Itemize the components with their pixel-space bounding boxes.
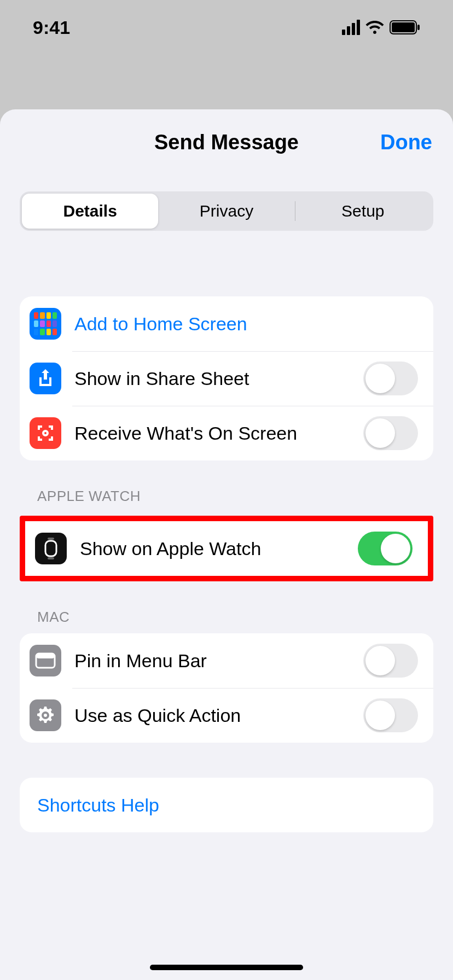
screenshot-icon bbox=[30, 417, 61, 449]
row-shortcuts-help[interactable]: Shortcuts Help bbox=[20, 778, 433, 832]
row-shortcuts-help-label: Shortcuts Help bbox=[37, 795, 416, 816]
group-general: Add to Home Screen Show in Share Sheet R… bbox=[20, 296, 433, 460]
row-apple-watch-label: Show on Apple Watch bbox=[80, 538, 345, 559]
menu-bar-icon bbox=[30, 645, 61, 676]
sheet-title: Send Message bbox=[154, 131, 299, 154]
row-add-home-screen[interactable]: Add to Home Screen bbox=[20, 296, 433, 351]
row-quick-action-label: Use as Quick Action bbox=[74, 705, 350, 726]
section-header-apple-watch: APPLE WATCH bbox=[20, 460, 433, 512]
tab-setup[interactable]: Setup bbox=[295, 194, 431, 229]
svg-rect-4 bbox=[48, 538, 54, 540]
share-sheet-icon bbox=[30, 363, 61, 394]
svg-rect-3 bbox=[45, 541, 56, 556]
status-bar: 9:41 bbox=[0, 0, 453, 55]
row-apple-watch: Show on Apple Watch bbox=[25, 521, 428, 576]
settings-sheet: Send Message Done Details Privacy Setup … bbox=[0, 109, 453, 980]
row-add-home-screen-label: Add to Home Screen bbox=[74, 313, 418, 335]
svg-rect-1 bbox=[392, 22, 415, 32]
section-header-mac: MAC bbox=[20, 581, 433, 633]
tab-privacy[interactable]: Privacy bbox=[158, 194, 294, 229]
status-right bbox=[342, 20, 420, 35]
svg-rect-2 bbox=[417, 25, 420, 30]
row-share-sheet: Show in Share Sheet bbox=[20, 351, 433, 406]
toggle-share-sheet[interactable] bbox=[363, 361, 418, 395]
svg-rect-5 bbox=[48, 557, 54, 559]
apple-watch-icon bbox=[35, 533, 67, 564]
row-receive-screen-label: Receive What's On Screen bbox=[74, 423, 350, 444]
toggle-apple-watch[interactable] bbox=[358, 532, 413, 565]
toggle-pin-menu-bar[interactable] bbox=[363, 644, 418, 678]
highlight-apple-watch: Show on Apple Watch bbox=[20, 516, 433, 581]
svg-rect-7 bbox=[36, 654, 55, 658]
toggle-receive-screen[interactable] bbox=[363, 416, 418, 450]
row-receive-screen: Receive What's On Screen bbox=[20, 406, 433, 460]
wifi-icon bbox=[365, 20, 384, 34]
toggle-quick-action[interactable] bbox=[363, 698, 418, 732]
row-share-sheet-label: Show in Share Sheet bbox=[74, 368, 350, 389]
row-pin-menu-bar: Pin in Menu Bar bbox=[20, 633, 433, 688]
sheet-header: Send Message Done bbox=[0, 109, 453, 175]
home-indicator bbox=[150, 965, 303, 970]
row-quick-action: Use as Quick Action bbox=[20, 688, 433, 743]
segmented-control: Details Privacy Setup bbox=[20, 191, 433, 231]
done-button[interactable]: Done bbox=[380, 109, 432, 175]
tab-details[interactable]: Details bbox=[22, 194, 158, 229]
gear-icon bbox=[30, 699, 61, 731]
status-time: 9:41 bbox=[33, 17, 70, 38]
row-pin-menu-bar-label: Pin in Menu Bar bbox=[74, 650, 350, 672]
home-screen-icon bbox=[30, 308, 61, 340]
group-apple-watch: Show on Apple Watch bbox=[25, 521, 428, 576]
battery-icon bbox=[390, 20, 420, 34]
group-mac: Pin in Menu Bar Use as Quick Action bbox=[20, 633, 433, 743]
group-help: Shortcuts Help bbox=[20, 778, 433, 832]
cellular-icon bbox=[342, 20, 360, 35]
